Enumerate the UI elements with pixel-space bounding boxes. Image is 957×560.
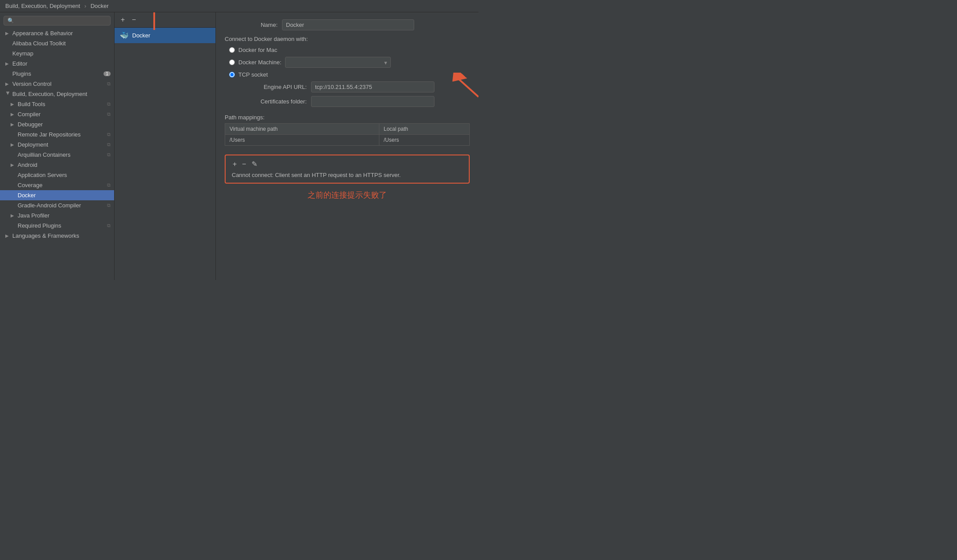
docker-list-item[interactable]: 🐳 Docker	[115, 28, 215, 43]
sidebar-item-android[interactable]: ▶ Android	[0, 160, 114, 170]
sidebar-item-label: Appearance & Behavior	[12, 30, 111, 37]
sidebar-item-label: Alibaba Cloud Toolkit	[12, 40, 111, 47]
error-edit-button[interactable]: ✎	[251, 160, 258, 168]
expand-arrow-build: ▶	[6, 92, 11, 97]
expand-arrow-bt: ▶	[11, 102, 16, 107]
copy-icon: ⧉	[107, 203, 111, 208]
sidebar-item-label: Coverage	[18, 182, 104, 188]
error-add-button[interactable]: +	[232, 160, 237, 168]
sidebar-item-compiler[interactable]: ▶ Compiler ⧉	[0, 109, 114, 119]
middle-toolbar: + −	[115, 12, 215, 28]
sidebar-item-label: Editor	[12, 60, 111, 67]
sidebar-item-app-servers[interactable]: Application Servers	[0, 170, 114, 180]
docker-item-name: Docker	[132, 32, 150, 39]
path-mappings-label: Path mappings:	[225, 114, 470, 121]
add-docker-button[interactable]: +	[118, 15, 127, 25]
sidebar-item-label: Keymap	[12, 50, 111, 57]
search-bar[interactable]: 🔍	[4, 16, 111, 26]
docker-for-mac-radio[interactable]	[229, 47, 235, 53]
local-path-cell: /Users	[379, 135, 469, 146]
tcp-socket-label: TCP socket	[238, 71, 268, 78]
sidebar-item-gradle-android[interactable]: Gradle-Android Compiler ⧉	[0, 200, 114, 210]
docker-for-mac-row[interactable]: Docker for Mac	[225, 47, 470, 53]
sidebar-item-arquillian[interactable]: Arquillian Containers ⧉	[0, 150, 114, 160]
error-remove-button[interactable]: −	[241, 160, 247, 168]
path-mappings-table: Virtual machine path Local path /Users /…	[225, 123, 470, 146]
sidebar-item-required-plugins[interactable]: Required Plugins ⧉	[0, 221, 114, 231]
certificates-folder-row: Certificates folder:	[225, 96, 470, 107]
copy-icon: ⧉	[107, 182, 111, 188]
sidebar-item-label: Application Servers	[18, 172, 111, 178]
copy-icon: ⧉	[107, 101, 111, 107]
plugins-badge: 1	[104, 71, 111, 76]
table-row[interactable]: /Users /Users	[225, 135, 470, 146]
docker-icon: 🐳	[120, 31, 129, 40]
docker-machine-radio[interactable]	[229, 59, 235, 65]
expand-arrow-debugger: ▶	[11, 122, 16, 127]
copy-icon: ⧉	[107, 81, 111, 87]
sidebar-item-java-profiler[interactable]: ▶ Java Profiler	[0, 210, 114, 221]
breadcrumb-sep: ›	[84, 3, 86, 9]
sidebar-item-label: Plugins	[12, 70, 102, 77]
sidebar-item-debugger[interactable]: ▶ Debugger	[0, 119, 114, 129]
sidebar-item-label: Version Control	[12, 81, 104, 87]
sidebar-item-deployment[interactable]: ▶ Deployment ⧉	[0, 140, 114, 150]
sidebar-item-build-tools[interactable]: ▶ Build Tools ⧉	[0, 99, 114, 109]
expand-arrow-languages: ▶	[5, 233, 11, 238]
path-table-header-vm: Virtual machine path	[225, 124, 379, 135]
sidebar-item-remote-jar[interactable]: Remote Jar Repositories ⧉	[0, 129, 114, 140]
sidebar-item-docker[interactable]: Docker	[0, 190, 114, 200]
docker-machine-row[interactable]: Docker Machine:	[225, 57, 470, 68]
certificates-folder-label: Certificates folder:	[241, 98, 311, 105]
sidebar-item-label: Debugger	[18, 121, 111, 128]
tcp-socket-radio[interactable]	[229, 72, 235, 77]
expand-arrow-vc: ▶	[5, 81, 11, 86]
breadcrumb-current: Docker	[90, 3, 108, 9]
expand-arrow-android: ▶	[11, 162, 16, 167]
sidebar-item-label: Android	[18, 162, 111, 168]
sidebar-item-label: Java Profiler	[18, 212, 111, 219]
sidebar: 🔍 ▶ Appearance & Behavior Alibaba Cloud …	[0, 12, 115, 280]
expand-arrow-appearance: ▶	[5, 31, 11, 36]
error-message: Cannot connect: Client sent an HTTP requ…	[232, 172, 463, 178]
sidebar-item-label: Deployment	[18, 141, 104, 148]
certificates-folder-input[interactable]	[311, 96, 434, 107]
error-box: + − ✎ Cannot connect: Client sent an HTT…	[225, 155, 470, 184]
expand-arrow-deployment: ▶	[11, 142, 16, 147]
svg-line-3	[456, 77, 478, 97]
expand-arrow-compiler: ▶	[11, 112, 16, 117]
sidebar-item-label: Docker	[18, 192, 111, 199]
sidebar-item-build-execution[interactable]: ▶ Build, Execution, Deployment	[0, 89, 114, 99]
engine-api-url-row: Engine API URL:	[225, 81, 470, 92]
sidebar-item-version-control[interactable]: ▶ Version Control ⧉	[0, 79, 114, 89]
copy-icon: ⧉	[107, 223, 111, 228]
expand-arrow-editor: ▶	[5, 61, 11, 66]
breadcrumb-parent: Build, Execution, Deployment	[5, 3, 80, 9]
sidebar-item-editor[interactable]: ▶ Editor	[0, 59, 114, 69]
copy-icon: ⧉	[107, 111, 111, 117]
docker-machine-label: Docker Machine:	[238, 59, 282, 66]
sidebar-item-keymap[interactable]: Keymap	[0, 48, 114, 59]
sidebar-item-label: Build, Execution, Deployment	[12, 91, 111, 97]
search-input[interactable]	[17, 18, 107, 24]
engine-api-url-input[interactable]	[311, 81, 434, 92]
chinese-annotation: 之前的连接提示失败了	[225, 190, 470, 200]
sidebar-item-alibaba[interactable]: Alibaba Cloud Toolkit	[0, 38, 114, 48]
sidebar-item-label: Compiler	[18, 111, 104, 118]
sidebar-item-appearance[interactable]: ▶ Appearance & Behavior	[0, 28, 114, 38]
tcp-socket-row[interactable]: TCP socket	[225, 71, 470, 78]
expand-arrow-java-profiler: ▶	[11, 213, 16, 218]
copy-icon: ⧉	[107, 142, 111, 147]
remove-docker-button[interactable]: −	[129, 15, 138, 25]
sidebar-item-label: Gradle-Android Compiler	[18, 202, 104, 209]
sidebar-item-coverage[interactable]: Coverage ⧉	[0, 180, 114, 190]
name-input[interactable]	[282, 19, 414, 30]
docker-for-mac-label: Docker for Mac	[238, 47, 277, 53]
sidebar-item-plugins[interactable]: Plugins 1	[0, 69, 114, 79]
copy-icon: ⧉	[107, 132, 111, 137]
docker-list-panel: + − 🐳 Docker	[115, 12, 216, 280]
sidebar-item-languages[interactable]: ▶ Languages & Frameworks	[0, 231, 114, 241]
error-toolbar: + − ✎	[232, 160, 463, 168]
path-table-header-local: Local path	[379, 124, 469, 135]
docker-machine-select[interactable]	[285, 57, 391, 68]
